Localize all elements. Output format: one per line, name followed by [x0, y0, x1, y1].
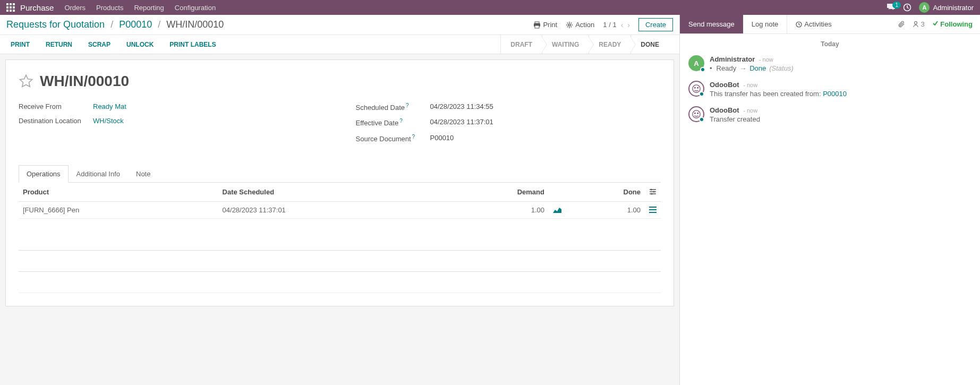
breadcrumb: Requests for Quotation / P00010 / WH/IN/…: [6, 19, 224, 30]
svg-point-21: [915, 22, 917, 24]
menu-orders[interactable]: Orders: [64, 4, 86, 12]
col-product[interactable]: Product: [19, 183, 218, 202]
field-source-document: Source Document? P00010: [356, 134, 661, 143]
attachment-icon[interactable]: [898, 21, 905, 28]
col-done[interactable]: Done: [566, 183, 645, 202]
message-time: - now: [759, 56, 773, 63]
options-icon: [649, 189, 657, 195]
pager-next[interactable]: ›: [627, 21, 630, 29]
status-bar: DRAFT WAITING READY DONE: [500, 35, 669, 54]
source-link[interactable]: P00010: [823, 90, 847, 98]
menu-reporting[interactable]: Reporting: [134, 4, 164, 12]
svg-point-22: [693, 85, 700, 92]
menu-products[interactable]: Products: [96, 4, 123, 12]
field-destination: Destination Location WH/Stock: [19, 117, 324, 125]
message-avatar: A: [688, 55, 704, 71]
message-author[interactable]: Administrator: [710, 55, 755, 63]
breadcrumb-current: WH/IN/00010: [166, 19, 224, 30]
chatter: Send message Log note Activities 3 Follo…: [679, 15, 980, 385]
breadcrumb-root[interactable]: Requests for Quotation: [6, 19, 105, 30]
clock-icon[interactable]: [903, 3, 911, 12]
check-icon: [932, 20, 939, 27]
following-button[interactable]: Following: [932, 20, 973, 28]
record-title: WH/IN/00010: [40, 73, 129, 90]
action-return[interactable]: RETURN: [46, 41, 72, 48]
chat-icon[interactable]: 1: [887, 4, 896, 11]
action-print[interactable]: PRINT: [11, 41, 30, 48]
tabs: Operations Additional Info Note: [19, 165, 661, 183]
svg-rect-7: [10, 10, 12, 12]
person-icon: [913, 21, 919, 28]
message-item: OdooBot - now Transfer created: [688, 106, 972, 123]
svg-point-24: [697, 87, 698, 88]
followers-count[interactable]: 3: [913, 20, 924, 28]
col-demand[interactable]: Demand: [439, 183, 549, 202]
log-note-button[interactable]: Log note: [743, 15, 787, 33]
operations-table: Product Date Scheduled Demand Done [FURN…: [19, 183, 661, 293]
svg-rect-12: [535, 25, 539, 28]
svg-rect-0: [6, 3, 8, 5]
apps-icon[interactable]: [6, 3, 15, 12]
user-menu[interactable]: A Administrator: [919, 2, 974, 13]
receive-from-link[interactable]: Ready Mat: [93, 102, 126, 110]
message-author[interactable]: OdooBot: [710, 106, 739, 114]
brand-link[interactable]: Purchase: [20, 3, 54, 12]
detail-icon[interactable]: [645, 201, 661, 218]
svg-rect-10: [535, 22, 539, 23]
action-button[interactable]: Action: [566, 21, 594, 29]
col-date[interactable]: Date Scheduled: [218, 183, 439, 202]
message-time: - now: [743, 107, 757, 114]
status-ready[interactable]: READY: [589, 35, 630, 54]
field-receive-from: Receive From Ready Mat: [19, 102, 324, 110]
svg-rect-4: [10, 6, 12, 8]
col-options[interactable]: [645, 183, 661, 202]
create-button[interactable]: Create: [638, 18, 673, 31]
pager: 1 / 1 ‹ ›: [603, 21, 630, 29]
svg-rect-19: [649, 212, 657, 213]
print-button[interactable]: Print: [533, 21, 557, 29]
user-name: Administrator: [933, 4, 974, 12]
message-author[interactable]: OdooBot: [710, 81, 739, 89]
chat-count-badge: 1: [892, 2, 901, 8]
user-avatar: A: [919, 2, 930, 13]
action-unlock[interactable]: UNLOCK: [126, 41, 154, 48]
action-scrap[interactable]: SCRAP: [88, 41, 110, 48]
svg-rect-2: [13, 3, 15, 5]
form-sheet: WH/IN/00010 Receive From Ready Mat Desti…: [5, 59, 674, 306]
message-avatar: [688, 81, 704, 97]
tab-additional-info[interactable]: Additional Info: [69, 165, 128, 182]
svg-rect-18: [649, 209, 657, 210]
tab-operations[interactable]: Operations: [19, 165, 69, 183]
status-link[interactable]: Done: [749, 64, 766, 72]
status-waiting[interactable]: WAITING: [542, 35, 589, 54]
gear-icon: [566, 21, 573, 29]
status-done[interactable]: DONE: [630, 35, 669, 54]
svg-rect-6: [6, 10, 8, 12]
svg-rect-5: [13, 6, 15, 8]
cell-product: [FURN_6666] Pen: [19, 201, 218, 218]
cell-done: 1.00: [566, 201, 645, 218]
pager-prev[interactable]: ‹: [621, 21, 624, 29]
svg-rect-8: [13, 10, 15, 12]
table-row[interactable]: [FURN_6666] Pen 04/28/2023 11:37:01 1.00…: [19, 201, 661, 218]
destination-link[interactable]: WH/Stock: [93, 117, 124, 125]
svg-rect-17: [649, 207, 657, 208]
status-draft[interactable]: DRAFT: [500, 35, 542, 54]
svg-point-14: [651, 189, 652, 191]
activities-button[interactable]: Activities: [787, 15, 840, 33]
svg-point-15: [653, 191, 655, 193]
svg-point-16: [651, 193, 653, 195]
menu-configuration[interactable]: Configuration: [175, 4, 216, 12]
button-row: PRINT RETURN SCRAP UNLOCK PRINT LABELS D…: [0, 35, 679, 54]
tab-note[interactable]: Note: [128, 165, 158, 182]
send-message-button[interactable]: Send message: [680, 15, 743, 33]
forecast-icon[interactable]: [549, 201, 566, 218]
message-avatar: [688, 106, 704, 122]
field-effective-date: Effective Date? 04/28/2023 11:37:01: [356, 118, 661, 127]
star-outline-icon[interactable]: [19, 74, 33, 89]
breadcrumb-mid[interactable]: P00010: [119, 19, 152, 30]
message-time: - now: [743, 82, 757, 88]
control-row: Requests for Quotation / P00010 / WH/IN/…: [0, 15, 679, 35]
action-print-labels[interactable]: PRINT LABELS: [169, 41, 216, 48]
svg-rect-3: [6, 6, 8, 8]
